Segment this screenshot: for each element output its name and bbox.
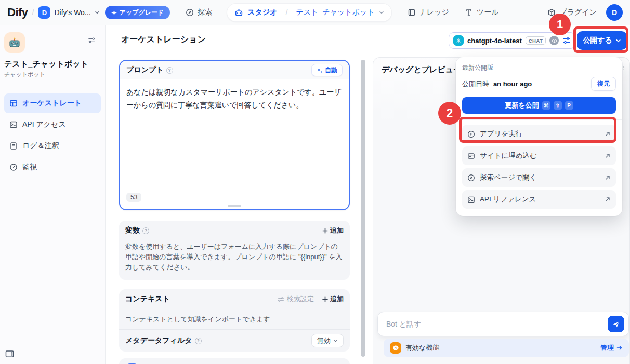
latest-version-label: 最新公開版 [462, 63, 616, 72]
nav-tools[interactable]: ツール [465, 8, 499, 17]
sidebar-item-logs[interactable]: ログ＆注釈 [4, 136, 101, 156]
terminal-icon [9, 120, 18, 129]
prompt-textarea[interactable]: あなたは親切なカスタマーサポートのアシスタントです。ユーザーからの質問に丁寧な言… [120, 79, 349, 117]
plus-icon [322, 296, 328, 302]
publish-button-label: 公開する [583, 36, 612, 45]
nav-studio[interactable]: スタジオ [247, 8, 277, 17]
kbd-p: P [565, 101, 573, 110]
embed-icon [467, 152, 475, 160]
variables-title: 変数 [125, 226, 140, 235]
nav-knowledge-label: ナレッジ [419, 8, 449, 17]
auto-generate-label: 自動 [325, 66, 337, 75]
book-icon [408, 8, 416, 17]
retrieval-settings-button[interactable]: 検索設定 [278, 294, 314, 304]
sliders-icon [278, 296, 284, 303]
nav-explore[interactable]: 探索 [186, 8, 212, 17]
workspace-name: Dify's Wo... [54, 8, 90, 17]
chevron-down-icon[interactable] [379, 10, 384, 15]
menu-item-label: サイトに埋め込む [480, 151, 537, 160]
restore-button[interactable]: 復元 [591, 77, 616, 91]
studio-breadcrumb-pill: スタジオ / テスト_チャットボット [227, 3, 391, 22]
gauge-icon [9, 163, 18, 171]
model-name: chatgpt-4o-latest [467, 37, 522, 45]
arrow-right-icon [616, 345, 623, 351]
publish-update-button[interactable]: 更新を公開 ⌘ ⇧ P [462, 97, 616, 114]
menu-item-api-reference[interactable]: API リファレンス [462, 190, 616, 209]
publish-update-label: 更新を公開 [505, 101, 539, 110]
add-variable-label: 追加 [330, 226, 344, 235]
arrow-up-right-icon [605, 174, 611, 181]
sparkle-icon [317, 67, 323, 73]
send-icon [612, 320, 620, 328]
sidebar-divider [4, 86, 101, 86]
dify-logo: Dify [7, 6, 28, 19]
metadata-filter-value: 無効 [317, 336, 331, 345]
compass-icon [467, 174, 475, 182]
annotation-step-2: 2 [438, 102, 461, 125]
sidebar-item-api-access[interactable]: API アクセス [4, 115, 101, 134]
auto-generate-button[interactable]: 自動 [311, 64, 343, 76]
orchestrate-icon [9, 99, 18, 107]
model-params-icon[interactable] [562, 36, 571, 45]
metadata-filter-select[interactable]: 無効 [311, 334, 344, 347]
variables-card: 変数 追加 変数を使用すると、ユーザーはフォームに入力する際にプロンプトの単語や… [119, 221, 350, 280]
kbd-shift: ⇧ [554, 101, 562, 110]
app-settings-icon[interactable] [88, 36, 96, 44]
menu-item-run-app[interactable]: アプリを実行 [462, 125, 616, 143]
menu-item-label: アプリを実行 [480, 129, 522, 139]
retrieval-settings-label: 検索設定 [287, 294, 314, 304]
chat-input[interactable] [386, 320, 608, 328]
log-document-icon [9, 142, 18, 150]
add-context-button[interactable]: 追加 [322, 294, 344, 304]
app-sidebar: テスト_チャットボット チャットボット オーケストレート API アクセス ログ… [0, 25, 106, 364]
page-title: オーケストレーション [121, 34, 206, 45]
chat-input-box [377, 312, 629, 336]
menu-item-open-explore[interactable]: 探索ページで開く [462, 168, 616, 187]
robot-icon [234, 8, 243, 17]
manage-features-link[interactable]: 管理 [600, 343, 623, 353]
kbd-command: ⌘ [542, 101, 550, 110]
workspace-selector[interactable]: D Dify's Wo... [38, 6, 99, 19]
app-name: テスト_チャットボット [4, 59, 101, 69]
vision-card: ビジョン 設定 [119, 358, 350, 364]
nav-explore-label: 探索 [198, 8, 212, 17]
context-description: コンテキストとして知識をインポートできます [119, 309, 350, 329]
sparkle-icon [111, 10, 117, 16]
send-button[interactable] [608, 316, 624, 332]
metadata-filter-row: メタデータフィルタ 無効 [119, 330, 350, 352]
menu-item-embed-site[interactable]: サイトに埋め込む [462, 146, 616, 165]
help-icon [195, 338, 202, 344]
chevron-down-icon [95, 10, 100, 15]
variables-description: 変数を使用すると、ユーザーはフォームに入力する際にプロンプトの単語や開始の言葉を… [119, 240, 350, 280]
sidebar-item-label: 監視 [22, 163, 37, 172]
published-at-label: 公開日時 [462, 80, 489, 88]
vision-support-icon [549, 36, 559, 45]
upgrade-label: アップグレード [120, 8, 164, 17]
sidebar-item-orchestrate[interactable]: オーケストレート [4, 93, 101, 113]
add-variable-button[interactable]: 追加 [322, 226, 344, 235]
arrow-up-right-icon [605, 153, 611, 159]
chat-bubble-icon [390, 342, 401, 354]
features-label: 有効な機能 [405, 343, 439, 353]
help-icon [166, 67, 173, 74]
nav-knowledge[interactable]: ナレッジ [408, 8, 449, 17]
resize-handle[interactable] [228, 205, 241, 207]
user-avatar[interactable]: D [606, 4, 623, 21]
play-circle-icon [467, 130, 475, 138]
model-type-badge: CHAT [526, 36, 546, 45]
arrow-up-right-icon [605, 196, 611, 203]
menu-item-label: 探索ページで開く [480, 173, 536, 182]
sidebar-item-label: オーケストレート [22, 99, 82, 108]
hammer-icon [465, 8, 473, 17]
features-bar: 有効な機能 管理 [384, 339, 629, 357]
breadcrumb-app-name[interactable]: テスト_チャットボット [296, 8, 374, 17]
panel-resize-handle[interactable] [361, 60, 365, 357]
app-type-label: チャットボット [4, 71, 101, 78]
publish-button[interactable]: 公開する [577, 31, 627, 50]
terminal-icon [467, 196, 475, 204]
collapse-sidebar-icon[interactable] [5, 350, 14, 358]
breadcrumb-separator: / [286, 8, 288, 17]
upgrade-button[interactable]: アップグレード [105, 6, 170, 19]
sidebar-item-monitoring[interactable]: 監視 [4, 157, 101, 177]
app-icon [4, 32, 25, 53]
